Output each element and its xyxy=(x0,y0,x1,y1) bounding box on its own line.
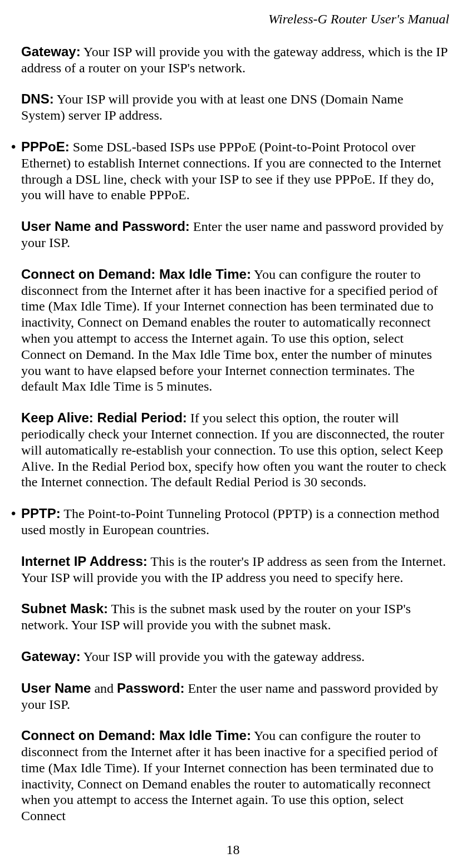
page-header: Wireless-G Router User's Manual xyxy=(11,11,450,27)
bullet-icon: • xyxy=(11,139,16,155)
paragraph-username-password: User Name and Password: Enter the user n… xyxy=(21,219,450,251)
paragraph-internet-ip: Internet IP Address: This is the router'… xyxy=(21,554,450,586)
label-dns: DNS: xyxy=(21,91,54,106)
bullet-icon: • xyxy=(11,506,16,522)
paragraph-connect-on-demand-2: Connect on Demand: Max Idle Time: You ca… xyxy=(21,728,450,824)
label-username: User Name xyxy=(21,680,91,696)
text-and: and xyxy=(91,681,117,696)
paragraph-username-password-2: User Name and Password: Enter the user n… xyxy=(21,680,450,713)
text-gateway-2: Your ISP will provide you with the gatew… xyxy=(81,649,365,664)
paragraph-dns: DNS: Your ISP will provide you with at l… xyxy=(21,91,450,124)
text-connect-on-demand-1: You can configure the router to disconne… xyxy=(21,267,438,394)
label-internet-ip: Internet IP Address: xyxy=(21,554,148,569)
text-dns: Your ISP will provide you with at least … xyxy=(21,92,403,122)
paragraph-keep-alive: Keep Alive: Redial Period: If you select… xyxy=(21,410,450,490)
label-subnet-mask: Subnet Mask: xyxy=(21,601,108,616)
text-pppoe: Some DSL-based ISPs use PPPoE (Point-to-… xyxy=(21,140,441,202)
paragraph-subnet-mask: Subnet Mask: This is the subnet mask use… xyxy=(21,601,450,633)
label-gateway: Gateway: xyxy=(21,44,81,59)
text-gateway: Your ISP will provide you with the gatew… xyxy=(21,45,448,75)
paragraph-gateway: Gateway: Your ISP will provide you with … xyxy=(21,44,450,76)
label-connect-on-demand-1: Connect on Demand: Max Idle Time: xyxy=(21,267,251,282)
label-username-password: User Name and Password: xyxy=(21,219,190,234)
paragraph-pppoe: • PPPoE: Some DSL-based ISPs use PPPoE (… xyxy=(21,139,450,203)
text-pptp: The Point-to-Point Tunneling Protocol (P… xyxy=(21,506,439,537)
page-number: 18 xyxy=(0,842,466,858)
label-connect-on-demand-2: Connect on Demand: Max Idle Time: xyxy=(21,728,251,743)
paragraph-connect-on-demand-1: Connect on Demand: Max Idle Time: You ca… xyxy=(21,267,450,394)
label-pppoe: PPPoE: xyxy=(21,139,70,154)
paragraph-pptp: • PPTP: The Point-to-Point Tunneling Pro… xyxy=(21,506,450,538)
paragraph-gateway-2: Gateway: Your ISP will provide you with … xyxy=(21,649,450,665)
label-keep-alive: Keep Alive: Redial Period: xyxy=(21,410,187,425)
label-gateway-2: Gateway: xyxy=(21,649,81,664)
label-pptp: PPTP: xyxy=(21,506,61,521)
page-content: Gateway: Your ISP will provide you with … xyxy=(11,44,450,824)
label-password: Password: xyxy=(117,680,184,696)
